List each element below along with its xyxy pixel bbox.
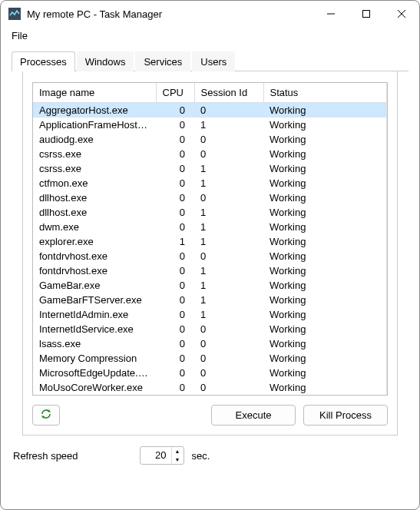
cell-image-name: dllhost.exe (33, 190, 156, 205)
col-header-cpu[interactable]: CPU (156, 83, 194, 103)
cell-cpu: 0 (156, 351, 194, 366)
cell-session-id: 0 (194, 103, 263, 118)
cell-session-id: 0 (194, 322, 263, 336)
cell-status: Working (263, 205, 386, 220)
cell-session-id: 0 (194, 147, 263, 161)
cell-image-name: AggregatorHost.exe (33, 103, 156, 118)
table-row[interactable]: AggregatorHost.exe00Working (33, 103, 386, 118)
cell-cpu: 0 (156, 161, 194, 176)
cell-session-id: 0 (194, 132, 263, 147)
table-row[interactable]: MoUsoCoreWorker.exe00Working (33, 380, 386, 395)
execute-button[interactable]: Execute (211, 405, 296, 426)
cell-image-name: Memory Compression (33, 351, 156, 366)
cell-cpu: 1 (156, 234, 194, 249)
cell-status: Working (263, 322, 386, 336)
tab-processes[interactable]: Processes (12, 51, 75, 71)
cell-image-name: fontdrvhost.exe (33, 263, 156, 278)
cell-session-id: 1 (194, 161, 263, 176)
cell-image-name: InternetIdAdmin.exe (33, 307, 156, 322)
cell-session-id: 0 (194, 380, 263, 395)
cell-cpu: 0 (156, 322, 194, 336)
table-row[interactable]: explorer.exe11Working (33, 234, 386, 249)
cell-session-id: 0 (194, 190, 263, 205)
cell-status: Working (263, 278, 386, 293)
cell-cpu: 0 (156, 103, 194, 118)
table-row[interactable]: audiodg.exe00Working (33, 132, 386, 147)
table-row[interactable]: dllhost.exe00Working (33, 190, 386, 205)
table-row[interactable]: ctfmon.exe01Working (33, 176, 386, 190)
table-row[interactable]: InternetIdAdmin.exe01Working (33, 307, 386, 322)
cell-cpu: 0 (156, 366, 194, 380)
cell-image-name: lsass.exe (33, 336, 156, 351)
cell-session-id: 0 (194, 249, 263, 263)
cell-cpu: 0 (156, 307, 194, 322)
tab-strip: ProcessesWindowsServicesUsers (12, 51, 408, 71)
refresh-speed-value[interactable]: 20 (141, 447, 171, 464)
table-row[interactable]: csrss.exe01Working (33, 161, 386, 176)
cell-image-name: csrss.exe (33, 147, 156, 161)
cell-cpu: 0 (156, 249, 194, 263)
close-button[interactable] (384, 1, 419, 27)
table-row[interactable]: Memory Compression00Working (33, 351, 386, 366)
cell-image-name: audiodg.exe (33, 132, 156, 147)
refresh-speed-spinner[interactable]: 20 ▲ ▼ (140, 446, 184, 465)
table-row[interactable]: fontdrvhost.exe00Working (33, 249, 386, 263)
spinner-up-icon[interactable]: ▲ (172, 447, 184, 455)
cell-image-name: dwm.exe (33, 220, 156, 234)
tab-panel: Image name CPU Session Id Status Aggrega… (22, 71, 398, 435)
table-row[interactable]: fontdrvhost.exe01Working (33, 263, 386, 278)
cell-session-id: 1 (194, 205, 263, 220)
cell-status: Working (263, 307, 386, 322)
maximize-button[interactable] (349, 1, 384, 27)
refresh-speed-label: Refresh speed (13, 450, 78, 462)
cell-session-id: 1 (194, 307, 263, 322)
cell-cpu: 0 (156, 278, 194, 293)
cell-image-name: GameBarFTServer.exe (33, 293, 156, 307)
table-row[interactable]: InternetIdService.exe00Working (33, 322, 386, 336)
table-row[interactable]: ApplicationFrameHost.exe01Working (33, 118, 386, 132)
col-header-session-id[interactable]: Session Id (194, 83, 263, 103)
cell-cpu: 0 (156, 147, 194, 161)
cell-status: Working (263, 351, 386, 366)
cell-image-name: MicrosoftEdgeUpdate.exe (33, 366, 156, 380)
kill-process-button[interactable]: Kill Process (303, 405, 388, 426)
cell-image-name: MoUsoCoreWorker.exe (33, 380, 156, 395)
minimize-button[interactable] (313, 1, 349, 27)
table-row[interactable]: MicrosoftEdgeUpdate.exe00Working (33, 366, 386, 380)
tab-services[interactable]: Services (135, 51, 190, 71)
table-row[interactable]: lsass.exe00Working (33, 336, 386, 351)
spinner-down-icon[interactable]: ▼ (172, 455, 184, 464)
cell-cpu: 0 (156, 190, 194, 205)
table-row[interactable]: GameBar.exe01Working (33, 278, 386, 293)
cell-status: Working (263, 263, 386, 278)
cell-cpu: 0 (156, 380, 194, 395)
col-header-status[interactable]: Status (263, 83, 386, 103)
cell-image-name: GameBar.exe (33, 278, 156, 293)
table-row[interactable]: GameBarFTServer.exe01Working (33, 293, 386, 307)
table-row[interactable]: dwm.exe01Working (33, 220, 386, 234)
cell-status: Working (263, 176, 386, 190)
cell-image-name: ctfmon.exe (33, 176, 156, 190)
cell-session-id: 0 (194, 336, 263, 351)
cell-image-name: InternetIdService.exe (33, 322, 156, 336)
tab-windows[interactable]: Windows (77, 51, 134, 71)
cell-session-id: 1 (194, 234, 263, 249)
tab-users[interactable]: Users (192, 51, 235, 71)
cell-cpu: 0 (156, 220, 194, 234)
titlebar: My remote PC - Task Manager (1, 1, 419, 27)
refresh-speed-unit: sec. (192, 450, 210, 462)
cell-status: Working (263, 220, 386, 234)
cell-status: Working (263, 249, 386, 263)
menu-file[interactable]: File (8, 28, 31, 43)
cell-cpu: 0 (156, 118, 194, 132)
table-row[interactable]: dllhost.exe01Working (33, 205, 386, 220)
menubar: File (1, 27, 419, 48)
col-header-image-name[interactable]: Image name (33, 83, 156, 103)
process-table-frame: Image name CPU Session Id Status Aggrega… (32, 82, 388, 396)
cell-cpu: 0 (156, 132, 194, 147)
cell-session-id: 1 (194, 278, 263, 293)
refresh-button[interactable] (32, 405, 60, 426)
table-row[interactable]: csrss.exe00Working (33, 147, 386, 161)
scrollbar[interactable] (386, 83, 387, 395)
svg-rect-2 (363, 11, 370, 18)
